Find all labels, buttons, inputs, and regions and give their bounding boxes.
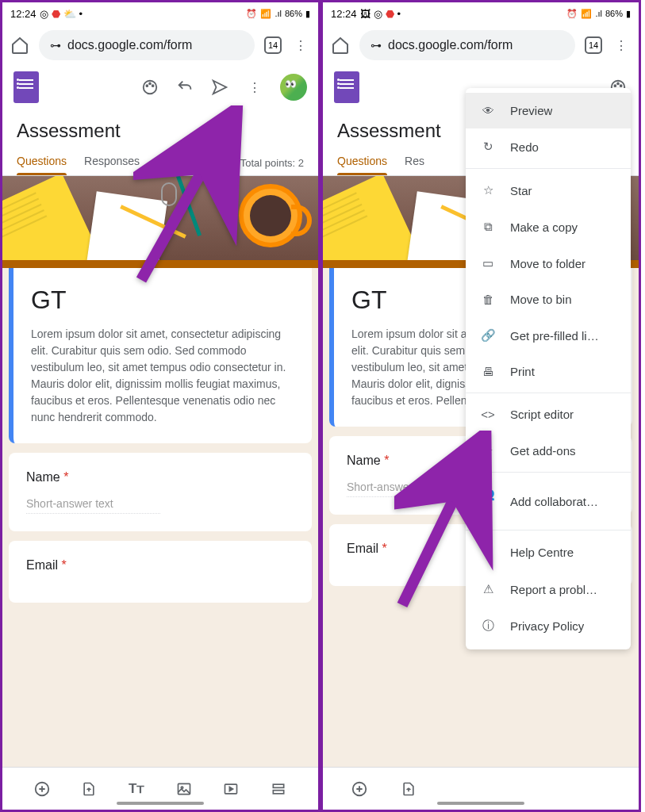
tab-responses[interactable]: Res xyxy=(405,150,424,175)
form-banner xyxy=(2,176,318,260)
name-input[interactable]: Short-answer text xyxy=(26,497,160,514)
browser-menu-icon[interactable]: ⋮ xyxy=(612,36,631,55)
add-video-icon[interactable] xyxy=(221,779,240,799)
total-points: Total points: 2 xyxy=(240,157,304,169)
clock: 12:24 xyxy=(10,8,36,20)
menu-move-bin[interactable]: 🗑Move to bin xyxy=(466,282,631,317)
question-label: Email * xyxy=(26,558,294,573)
menu-script-editor[interactable]: <>Script editor xyxy=(466,396,631,432)
avatar[interactable] xyxy=(280,74,307,101)
battery-icon: ▮ xyxy=(626,9,631,19)
home-icon[interactable] xyxy=(10,36,29,55)
tab-questions[interactable]: Questions xyxy=(337,150,387,175)
menu-help[interactable]: ？Help Centre xyxy=(466,534,631,571)
svg-point-14 xyxy=(620,85,622,86)
menu-copy[interactable]: ⧉Make a copy xyxy=(466,209,631,245)
browser-menu-icon[interactable]: ⋮ xyxy=(291,36,310,55)
import-questions-icon[interactable] xyxy=(79,779,98,799)
forms-logo-icon[interactable] xyxy=(13,71,39,103)
svg-point-1 xyxy=(146,85,148,86)
feedback-icon: ⚠ xyxy=(480,582,496,596)
site-settings-icon: ⊶ xyxy=(370,39,382,52)
network-icon: 📶 xyxy=(581,9,592,19)
svg-point-12 xyxy=(614,85,616,86)
svg-rect-9 xyxy=(273,790,283,793)
question-email[interactable]: Email * xyxy=(9,541,312,603)
tab-questions[interactable]: Questions xyxy=(17,150,67,175)
gallery-icon: 🖼 xyxy=(360,8,370,20)
menu-redo[interactable]: ↻Redo xyxy=(466,128,631,165)
import-questions-icon[interactable] xyxy=(399,779,418,799)
more-icon: • xyxy=(79,8,83,20)
trash-icon: 🗑 xyxy=(480,293,496,306)
print-icon: 🖶 xyxy=(480,365,496,378)
instagram-icon: ◎ xyxy=(374,8,382,20)
url-text: docs.google.com/form xyxy=(67,38,192,52)
form-description: Lorem ipsum dolor sit amet, consectetur … xyxy=(31,326,294,426)
menu-prefilled[interactable]: 🔗Get pre-filled li… xyxy=(466,317,631,354)
record-icon: ⬣ xyxy=(52,8,60,20)
network-icon: 📶 xyxy=(260,9,271,19)
palette-icon[interactable] xyxy=(140,78,159,97)
form-title[interactable]: Assessment xyxy=(2,109,318,150)
url-bar[interactable]: ⊶ docs.google.com/form xyxy=(39,30,255,60)
add-section-icon[interactable] xyxy=(269,779,288,799)
menu-move-folder[interactable]: ▭Move to folder xyxy=(466,245,631,282)
required-indicator: * xyxy=(382,542,386,555)
url-bar[interactable]: ⊶ docs.google.com/form xyxy=(359,30,575,60)
menu-report[interactable]: ⚠Report a probl… xyxy=(466,571,631,607)
add-image-icon[interactable] xyxy=(175,779,194,799)
name-input[interactable]: Short-answer tex xyxy=(347,481,481,497)
overflow-menu: 👁Preview ↻Redo ☆Star ⧉Make a copy ▭Move … xyxy=(466,88,631,649)
menu-privacy[interactable]: ⓘPrivacy Policy xyxy=(466,607,631,645)
menu-collaborators[interactable]: 👥⁺Add collaborat… xyxy=(466,476,631,527)
required-indicator: * xyxy=(61,558,66,572)
folder-icon: ▭ xyxy=(480,256,496,270)
battery-text: 86% xyxy=(285,9,302,18)
tab-switcher[interactable]: 14 xyxy=(264,36,282,54)
form-header-title: GT xyxy=(31,285,294,315)
home-indicator xyxy=(437,802,524,805)
record-icon: ⬣ xyxy=(386,8,394,20)
site-settings-icon: ⊶ xyxy=(50,39,61,52)
tab-responses[interactable]: Responses xyxy=(84,150,140,175)
home-icon[interactable] xyxy=(331,36,350,55)
undo-icon[interactable] xyxy=(175,78,194,97)
puzzle-icon: ✦ xyxy=(480,443,496,458)
svg-point-13 xyxy=(617,83,619,85)
add-title-icon[interactable]: Tᴛ xyxy=(127,779,146,799)
question-name[interactable]: Name * Short-answer text xyxy=(9,453,312,531)
alarm-icon: ⏰ xyxy=(246,9,257,19)
url-text: docs.google.com/form xyxy=(388,38,513,52)
menu-print[interactable]: 🖶Print xyxy=(466,354,631,389)
menu-star[interactable]: ☆Star xyxy=(466,172,631,209)
forms-header: ⋮ xyxy=(2,66,318,109)
clock: 12:24 xyxy=(331,8,357,20)
menu-addons[interactable]: ✦Get add-ons xyxy=(466,432,631,469)
more-menu-icon[interactable]: ⋮ xyxy=(245,78,264,97)
tabs: Questions Responses Set Total points: 2 xyxy=(2,150,318,176)
status-bar: 12:24 ◎ ⬣ ⛅ • ⏰ 📶 .ıl 86% ▮ xyxy=(2,2,318,25)
signal-icon: .ıl xyxy=(595,9,602,18)
svg-rect-8 xyxy=(273,784,283,787)
weather-icon: ⛅ xyxy=(63,8,76,20)
instagram-icon: ◎ xyxy=(40,8,48,20)
browser-bar: ⊶ docs.google.com/form 14 ⋮ xyxy=(2,25,318,66)
signal-icon: .ıl xyxy=(275,9,282,18)
more-icon: • xyxy=(397,8,401,20)
add-question-icon[interactable] xyxy=(350,779,369,799)
send-icon[interactable] xyxy=(210,78,229,97)
menu-preview[interactable]: 👁Preview xyxy=(466,93,631,128)
form-content: GT Lorem ipsum dolor sit amet, consectet… xyxy=(2,260,318,798)
alarm-icon: ⏰ xyxy=(566,9,578,19)
tab-settings[interactable]: Set xyxy=(157,150,174,175)
svg-point-3 xyxy=(152,85,154,86)
title-card[interactable]: GT Lorem ipsum dolor sit amet, consectet… xyxy=(9,268,312,443)
add-question-icon[interactable] xyxy=(33,779,52,799)
redo-icon: ↻ xyxy=(480,140,496,154)
forms-logo-icon[interactable] xyxy=(334,71,359,103)
tab-switcher[interactable]: 14 xyxy=(585,36,602,54)
status-bar: 12:24 🖼 ◎ ⬣ • ⏰ 📶 .ıl 86% ▮ xyxy=(323,2,639,25)
code-icon: <> xyxy=(480,408,496,421)
eye-icon: 👁 xyxy=(480,104,496,117)
